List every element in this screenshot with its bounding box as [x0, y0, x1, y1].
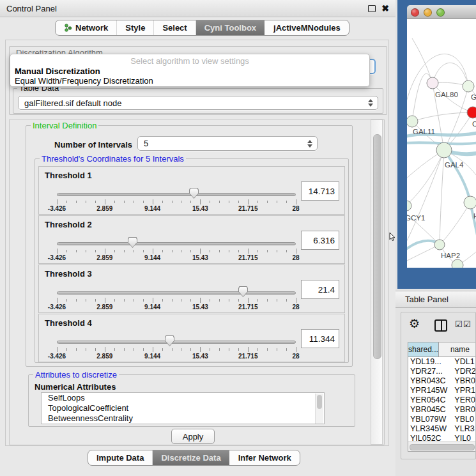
- slider-track[interactable]: [57, 242, 296, 245]
- table-data-combobox[interactable]: galFiltered.sif default node: [18, 96, 378, 110]
- scrollbar-thumb[interactable]: [317, 395, 322, 409]
- slider-tick: [238, 201, 239, 203]
- threshold-4-slider[interactable]: -3.4262.8599.14415.4321.71528: [57, 335, 296, 359]
- slider-tick: [57, 347, 58, 352]
- tab-style[interactable]: Style: [116, 20, 153, 35]
- slider-track[interactable]: [57, 193, 296, 196]
- network-node[interactable]: [464, 196, 476, 209]
- slider-thumb[interactable]: [238, 286, 248, 297]
- slider-track[interactable]: [57, 291, 296, 295]
- cell-name[interactable]: YPR1: [452, 386, 476, 395]
- popup-option-manual-discretization[interactable]: Manual Discretization: [15, 66, 100, 76]
- slider-thumb[interactable]: [128, 237, 137, 248]
- cell-shared-name[interactable]: YBR043C: [408, 376, 452, 386]
- window-zoom-button[interactable]: [436, 8, 445, 17]
- slider-track[interactable]: [57, 341, 296, 344]
- tab-label: Impute Data: [96, 453, 144, 463]
- table-row[interactable]: YBL079WYBL0: [408, 415, 476, 424]
- checkbox-icon[interactable]: ☑: [455, 320, 463, 328]
- cell-shared-name[interactable]: YPR145W: [408, 386, 452, 395]
- threshold-2-slider[interactable]: -3.4262.8599.14415.4321.71528: [57, 236, 296, 261]
- popup-option-equal-width-frequency[interactable]: Equal Width/Frequency Discretization: [15, 76, 153, 86]
- slider-tick: [153, 249, 153, 254]
- tab-impute-data[interactable]: Impute Data: [88, 450, 152, 465]
- table-row[interactable]: YPR145WYPR1: [408, 386, 476, 395]
- checkbox-icon[interactable]: ☑: [463, 320, 471, 328]
- column-header-name[interactable]: name: [439, 342, 476, 357]
- settings-scrollbar[interactable]: [371, 119, 383, 445]
- slider-tick-label: -3.426: [48, 303, 66, 311]
- attribute-list-item[interactable]: TopologicalCoefficient: [42, 403, 324, 413]
- window-close-button[interactable]: [411, 8, 419, 17]
- node-label: GAL4: [445, 161, 464, 169]
- scrollbar-thumb[interactable]: [373, 134, 381, 359]
- attribute-list-item[interactable]: SelfLoops: [42, 393, 324, 403]
- network-view-canvas[interactable]: GAL80GACGAL11GAL4GCY1HHAP2: [407, 19, 476, 268]
- tab-network[interactable]: Network: [56, 20, 116, 35]
- gear-icon[interactable]: ⚙: [409, 318, 420, 330]
- table-hscrollbar[interactable]: [408, 441, 476, 451]
- network-node[interactable]: [434, 240, 445, 250]
- cell-name[interactable]: YLR3: [452, 424, 476, 434]
- threshold-2-value-field[interactable]: 6.316: [301, 231, 339, 250]
- threshold-3-value-field[interactable]: 21.4: [301, 280, 339, 299]
- cell-name[interactable]: YBR0: [452, 405, 476, 415]
- network-node[interactable]: [436, 142, 452, 158]
- cell-name[interactable]: YDR2: [452, 367, 476, 376]
- cell-shared-name[interactable]: YLR345W: [408, 424, 452, 434]
- network-edge-thick: [444, 150, 470, 203]
- network-node[interactable]: [427, 77, 438, 89]
- cell-shared-name[interactable]: YBL079W: [408, 415, 452, 424]
- threshold-1-value-field[interactable]: 14.713: [301, 181, 339, 201]
- network-node[interactable]: [407, 116, 418, 127]
- slider-tick: [134, 348, 134, 351]
- tab-jactivemnodules[interactable]: jActiveMNodules: [265, 20, 349, 35]
- cell-shared-name[interactable]: YDL19...: [408, 357, 452, 367]
- tab-cyni-toolbox[interactable]: Cyni Toolbox: [196, 20, 265, 35]
- attributes-listbox[interactable]: SelfLoopsTopologicalCoefficientBetweenne…: [41, 392, 325, 424]
- threshold-3-slider[interactable]: -3.4262.8599.14415.4321.71528: [57, 286, 296, 310]
- table-row[interactable]: YBR045CYBR0: [408, 405, 476, 415]
- network-node[interactable]: [452, 259, 463, 268]
- threshold-1-slider[interactable]: -3.4262.8599.14415.4321.71528: [57, 187, 296, 211]
- cell-name[interactable]: YBR0: [452, 376, 476, 386]
- network-edge-thick: [470, 203, 476, 249]
- slider-thumb[interactable]: [165, 335, 174, 346]
- float-icon[interactable]: [368, 5, 376, 12]
- cell-name[interactable]: YER0: [452, 395, 476, 405]
- tab-discretize-data[interactable]: Discretize Data: [152, 450, 229, 465]
- scrollbar-thumb[interactable]: [410, 444, 475, 450]
- network-window-titlebar[interactable]: [407, 5, 476, 19]
- close-icon[interactable]: ✖: [381, 5, 389, 12]
- table-row[interactable]: YER054CYER0: [408, 395, 476, 405]
- table-row[interactable]: YBR043CYBR0: [408, 376, 476, 386]
- column-header-shared-name[interactable]: shared...: [408, 342, 439, 357]
- slider-tick: [229, 201, 229, 203]
- slider-tick: [257, 250, 258, 252]
- cell-name[interactable]: YBL0: [452, 415, 476, 424]
- cell-shared-name[interactable]: YBR045C: [408, 405, 452, 415]
- network-node[interactable]: [407, 201, 411, 211]
- table-row[interactable]: YLR345WYLR3: [408, 424, 476, 434]
- slider-tick: [181, 299, 181, 302]
- slider-tick-label: 9.144: [144, 303, 160, 311]
- slider-thumb[interactable]: [189, 188, 199, 199]
- tab-infer-network[interactable]: Infer Network: [229, 450, 300, 465]
- table-row[interactable]: YDR27...YDR2: [408, 367, 476, 376]
- tab-select[interactable]: Select: [153, 20, 195, 35]
- cell-shared-name[interactable]: YDR27...: [408, 367, 452, 376]
- columns-icon[interactable]: [434, 319, 447, 332]
- window-minimize-button[interactable]: [424, 8, 432, 17]
- threshold-4-value-field[interactable]: 11.344: [301, 329, 339, 348]
- slider-tick: [95, 201, 96, 203]
- network-node[interactable]: [463, 81, 474, 92]
- attribute-list-item[interactable]: BetweennessCentrality: [42, 413, 324, 424]
- list-scrollbar[interactable]: [315, 394, 323, 424]
- num-intervals-combobox[interactable]: 5: [137, 136, 318, 151]
- cell-shared-name[interactable]: YER054C: [408, 395, 452, 405]
- slider-tick: [190, 348, 191, 351]
- table-row[interactable]: YDL19...YDL1: [408, 357, 476, 367]
- cell-name[interactable]: YDL1: [452, 357, 476, 367]
- network-node[interactable]: [467, 107, 476, 118]
- apply-button[interactable]: Apply: [171, 429, 215, 444]
